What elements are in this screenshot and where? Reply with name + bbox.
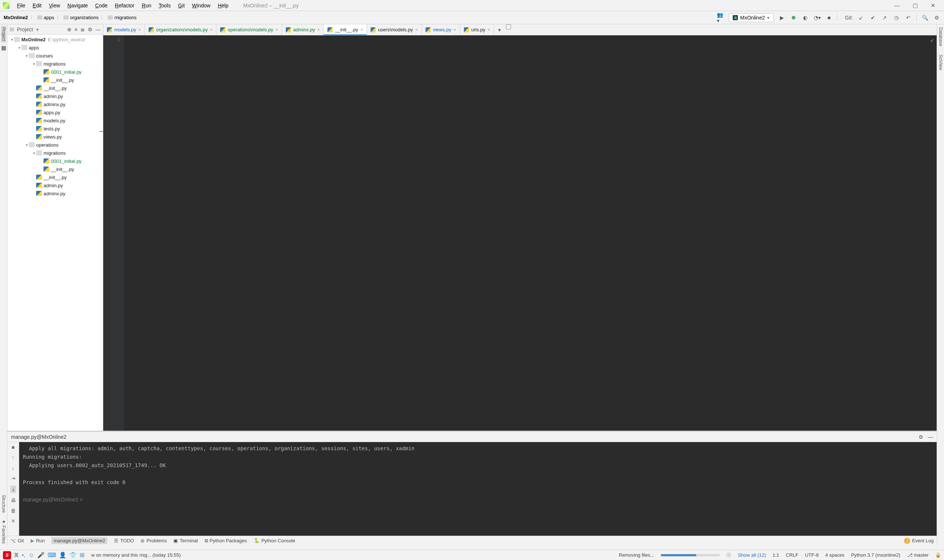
panel-settings-icon[interactable]: ⚙ bbox=[88, 26, 93, 32]
show-all-tasks[interactable]: Show all (12) bbox=[738, 552, 766, 558]
favorites-tool-tab[interactable]: ★ Favorites bbox=[1, 518, 6, 545]
tree-item[interactable]: admin.py bbox=[8, 181, 103, 189]
editor-tab[interactable]: views.py× bbox=[422, 24, 460, 35]
menu-run[interactable]: Run bbox=[138, 1, 155, 10]
tabs-options-icon[interactable] bbox=[506, 24, 511, 29]
run-button[interactable]: ▶ bbox=[778, 14, 785, 22]
bookmarks-icon[interactable] bbox=[2, 46, 6, 51]
menu-help[interactable]: Help bbox=[214, 1, 232, 10]
database-tool-tab[interactable]: Database bbox=[938, 26, 943, 48]
progress-bar[interactable] bbox=[661, 554, 720, 556]
tree-item[interactable]: 0001_initial.py bbox=[8, 68, 103, 76]
caret-position[interactable]: 1:1 bbox=[773, 552, 779, 558]
close-button[interactable]: ✕ bbox=[931, 2, 936, 9]
menu-navigate[interactable]: Navigate bbox=[64, 1, 91, 10]
tree-item[interactable]: models.py bbox=[8, 117, 103, 125]
collapse-all-icon[interactable]: ≣ bbox=[80, 26, 85, 32]
line-separator[interactable]: CRLF bbox=[786, 552, 798, 558]
sciview-tool-tab[interactable]: SciView bbox=[938, 53, 943, 71]
menu-edit[interactable]: Edit bbox=[29, 1, 45, 10]
git-commit-icon[interactable]: ✔ bbox=[869, 14, 876, 22]
project-tree[interactable]: ▾ MxOnline2 E:\python_work\d ▾apps▾cours… bbox=[8, 35, 103, 431]
down-icon[interactable]: ↓ bbox=[12, 465, 14, 471]
tree-item[interactable]: apps.py bbox=[8, 108, 103, 117]
editor-tab[interactable]: urls.py× bbox=[460, 24, 494, 35]
up-icon[interactable]: ↑ bbox=[12, 455, 14, 460]
tree-item[interactable]: ▾migrations bbox=[8, 149, 103, 157]
git-tab[interactable]: ⌥Git bbox=[10, 538, 24, 543]
print-icon[interactable]: 🖶 bbox=[11, 497, 16, 503]
inspection-ok-icon[interactable]: ✔ bbox=[930, 38, 935, 43]
readonly-lock-icon[interactable]: 🔒 bbox=[935, 552, 941, 558]
rerun-icon[interactable]: ■ bbox=[11, 444, 14, 450]
tree-item[interactable]: 0001_initial.py bbox=[8, 157, 103, 165]
event-log-tab[interactable]: 2Event Log bbox=[904, 538, 934, 544]
menu-view[interactable]: View bbox=[45, 1, 64, 10]
git-rollback-icon[interactable]: ↶ bbox=[905, 14, 912, 22]
sogou-icon[interactable]: S bbox=[3, 551, 11, 559]
terminal-tab[interactable]: ▣Terminal bbox=[173, 538, 197, 543]
indent-setting[interactable]: 4 spaces bbox=[825, 552, 844, 558]
coverage-button[interactable]: ◐ bbox=[802, 14, 809, 22]
python-packages-tab[interactable]: ⧉Python Packages bbox=[205, 538, 247, 544]
ime-user-icon[interactable]: 👤 bbox=[59, 552, 66, 558]
close-tab-icon[interactable]: × bbox=[487, 27, 490, 32]
git-branch[interactable]: ⎇ master bbox=[907, 552, 929, 558]
soft-wrap-icon[interactable]: ⇥ bbox=[11, 475, 15, 481]
tree-item[interactable]: ▾courses bbox=[8, 52, 103, 60]
tree-root[interactable]: ▾ MxOnline2 E:\python_work\d bbox=[8, 35, 103, 43]
run-tab[interactable]: ▶Run bbox=[31, 538, 45, 543]
menu-git[interactable]: Git bbox=[174, 1, 188, 10]
settings-icon[interactable]: ⚙ bbox=[933, 14, 940, 22]
run-settings-icon[interactable]: ⚙ bbox=[919, 434, 923, 440]
maximize-button[interactable]: ▢ bbox=[913, 2, 918, 9]
menu-window[interactable]: Window bbox=[188, 1, 214, 10]
tree-item[interactable]: __init__.py bbox=[8, 165, 103, 173]
ime-shirt-icon[interactable]: 👕 bbox=[69, 552, 77, 558]
menu-file[interactable]: File bbox=[13, 1, 29, 10]
editor-tab[interactable]: users\models.py× bbox=[367, 24, 422, 35]
tree-item[interactable]: tests.py bbox=[8, 125, 103, 132]
editor-tab[interactable]: adminx.py× bbox=[282, 24, 324, 35]
background-task-text[interactable]: w on memory and this mig... (today 15:55… bbox=[91, 552, 181, 558]
hide-run-icon[interactable]: — bbox=[928, 434, 933, 440]
tree-item[interactable]: admin.py bbox=[8, 92, 103, 100]
ime-mic-icon[interactable]: 🎤 bbox=[37, 552, 45, 558]
editor-tab[interactable]: organizations\models.py× bbox=[145, 24, 216, 35]
ime-punct-icon[interactable]: •, bbox=[22, 552, 25, 558]
editor-tab[interactable]: models.py× bbox=[103, 24, 145, 35]
stop-button[interactable]: ■ bbox=[825, 14, 833, 22]
menu-refactor[interactable]: Refactor bbox=[111, 1, 138, 10]
profile-button[interactable]: ◔▾ bbox=[813, 14, 821, 22]
ime-apps-icon[interactable]: ⊞ bbox=[80, 552, 85, 558]
git-push-icon[interactable]: ↗ bbox=[881, 14, 888, 22]
tree-item[interactable]: __init__.py bbox=[8, 84, 103, 92]
editor-code-area[interactable]: ✔ bbox=[123, 35, 936, 431]
tree-item[interactable]: ▾apps bbox=[8, 43, 103, 52]
menu-code[interactable]: Code bbox=[91, 1, 111, 10]
close-tab-icon[interactable]: × bbox=[138, 27, 141, 32]
error-stripe-mark[interactable] bbox=[99, 131, 103, 132]
tree-item[interactable]: adminx.py bbox=[8, 189, 103, 197]
minimize-button[interactable]: — bbox=[894, 2, 900, 9]
code-with-me-icon[interactable]: 👥▾ bbox=[717, 14, 724, 22]
python-console-tab[interactable]: 🐍Python Console bbox=[254, 538, 295, 543]
run-config-selector[interactable]: dj MxOnline2 ▾ bbox=[729, 13, 774, 22]
manage-tab[interactable]: manage.py@MxOnline2 bbox=[51, 537, 107, 544]
debug-button[interactable] bbox=[790, 14, 797, 22]
python-interpreter[interactable]: Python 3.7 (mxonline2) bbox=[851, 552, 901, 558]
close-run-icon[interactable]: ✕ bbox=[11, 518, 15, 524]
ime-emoji-icon[interactable]: ☺ bbox=[28, 552, 34, 558]
editor[interactable]: 1 ✔ bbox=[103, 35, 936, 431]
tree-item[interactable]: ▾migrations bbox=[8, 60, 103, 68]
menu-tools[interactable]: Tools bbox=[155, 1, 174, 10]
close-tab-icon[interactable]: × bbox=[210, 27, 212, 32]
git-history-icon[interactable]: ◷ bbox=[893, 14, 900, 22]
breadcrumb[interactable]: MxOnline2〉 apps〉 organizations〉 migratio… bbox=[4, 14, 136, 21]
expand-all-icon[interactable]: ≡ bbox=[74, 26, 77, 32]
console-output[interactable]: Apply all migrations: admin, auth, captc… bbox=[19, 442, 936, 536]
structure-tool-tab[interactable]: Structure bbox=[1, 493, 6, 514]
close-tab-icon[interactable]: × bbox=[453, 27, 456, 32]
close-tab-icon[interactable]: × bbox=[317, 27, 320, 32]
tree-item[interactable]: adminx.py bbox=[8, 100, 103, 108]
